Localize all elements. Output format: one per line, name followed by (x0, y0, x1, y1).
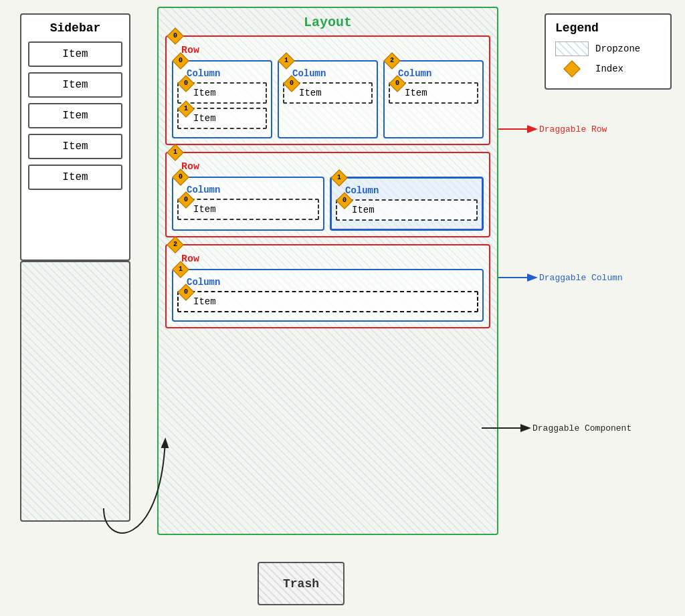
row-0[interactable]: 0 Row 0 Column 0 Item 1 Item 1 Column (165, 35, 490, 145)
legend-diamond-icon (563, 60, 580, 77)
row-0-columns: 0 Column 0 Item 1 Item 1 Column 0 Item (172, 60, 484, 138)
item-0-2-0-label: Item (405, 88, 427, 98)
sidebar-item-4[interactable]: Item (28, 134, 122, 159)
col-1-1-label: Column (345, 185, 478, 196)
col-1-0[interactable]: 0 Column 0 Item (172, 177, 324, 231)
row-2-label: Row (181, 253, 484, 265)
row-2-columns: 1 Column 0 Item (172, 269, 484, 322)
item-0-0-1-label: Item (193, 113, 216, 124)
col-0-0[interactable]: 0 Column 0 Item 1 Item (172, 60, 272, 138)
legend-index-item: Index (555, 63, 661, 75)
legend: Legend Dropzone Index (545, 13, 672, 90)
col-1-0-label: Column (187, 185, 319, 195)
draggable-row-label: Draggable Row (539, 124, 607, 134)
legend-dropzone-item: Dropzone (555, 41, 661, 56)
sidebar-item-5[interactable]: Item (28, 165, 122, 190)
row-0-label: Row (181, 45, 484, 56)
trash-area[interactable]: Trash (258, 562, 345, 605)
item-1-0-0[interactable]: 0 Item (177, 199, 319, 220)
col-0-1[interactable]: 1 Column 0 Item (278, 60, 378, 138)
row-2[interactable]: 2 Row 1 Column 0 Item (165, 244, 490, 328)
row-1-index-badge: 1 (167, 144, 183, 161)
sidebar-item-1[interactable]: Item (28, 41, 122, 67)
layout-area: Layout 0 Row 0 Column 0 Item 1 Item 1 (157, 7, 498, 535)
row-2-index-badge: 2 (167, 236, 183, 253)
col-2-0[interactable]: 1 Column 0 Item (172, 269, 484, 322)
sidebar-item-2[interactable]: Item (28, 72, 122, 98)
item-1-1-0[interactable]: 0 Item (336, 199, 478, 221)
col-2-0-label: Column (187, 277, 478, 288)
draggable-column-label: Draggable Column (539, 273, 623, 283)
legend-index-label: Index (595, 64, 623, 74)
trash-label: Trash (283, 577, 319, 591)
item-0-1-0[interactable]: 0 Item (283, 82, 373, 104)
row-1-label: Row (181, 161, 484, 173)
item-0-0-0-label: Item (193, 88, 216, 98)
legend-dropzone-label: Dropzone (595, 43, 640, 54)
row-0-index-badge: 0 (167, 27, 183, 44)
row-1[interactable]: 1 Row 0 Column 0 Item 1 Column 0 Item (165, 152, 490, 237)
item-0-0-0[interactable]: 0 Item (177, 82, 267, 104)
item-0-1-0-label: Item (299, 88, 322, 98)
col-0-1-label: Column (292, 68, 373, 79)
item-1-1-0-label: Item (352, 205, 375, 215)
sidebar: Sidebar Item Item Item Item Item (20, 13, 130, 261)
col-0-2-label: Column (398, 68, 478, 79)
col-1-1[interactable]: 1 Column 0 Item (330, 177, 484, 231)
col-0-2[interactable]: 2 Column 0 Item (383, 60, 484, 138)
item-2-0-0-label: Item (193, 296, 216, 307)
item-0-2-0[interactable]: 0 Item (389, 82, 478, 104)
layout-title: Layout (165, 15, 490, 30)
sidebar-item-3[interactable]: Item (28, 103, 122, 128)
legend-dropzone-swatch (555, 41, 589, 56)
draggable-component-label: Draggable Component (532, 423, 631, 433)
item-2-0-0[interactable]: 0 Item (177, 291, 478, 312)
row-1-columns: 0 Column 0 Item 1 Column 0 Item (172, 177, 484, 231)
sidebar-title: Sidebar (28, 21, 122, 35)
col-0-0-label: Column (187, 68, 267, 79)
legend-title: Legend (555, 21, 661, 35)
item-1-0-0-label: Item (193, 204, 216, 215)
sidebar-dropzone[interactable] (20, 261, 130, 522)
item-0-0-1[interactable]: 1 Item (177, 108, 267, 129)
